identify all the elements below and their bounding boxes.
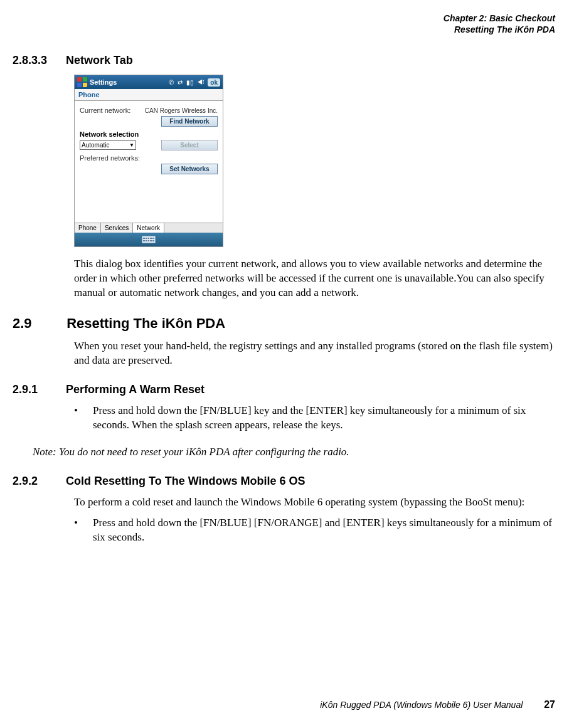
select-button: Select bbox=[161, 140, 218, 150]
section-title: Performing A Warm Reset bbox=[66, 383, 205, 396]
sync-icon: ⇄ bbox=[178, 79, 183, 86]
missed-call-icon: ✆ bbox=[169, 79, 174, 86]
manual-title: iKôn Rugged PDA (Windows Mobile 6) User … bbox=[320, 700, 523, 710]
ok-button[interactable]: ok bbox=[208, 78, 220, 87]
find-network-button[interactable]: Find Network bbox=[161, 116, 218, 127]
note-block: Note: You do not need to reset your iKôn… bbox=[25, 441, 555, 460]
set-networks-button[interactable]: Set Networks bbox=[161, 164, 218, 174]
section-number: 2.9.2 bbox=[13, 475, 63, 488]
page-footer: iKôn Rugged PDA (Windows Mobile 6) User … bbox=[320, 699, 555, 710]
system-tray: ✆ ⇄ ▮▯ ◀፧ ok bbox=[169, 78, 220, 87]
heading-2-8-3-3: 2.8.3.3 Network Tab bbox=[13, 54, 555, 67]
section-number: 2.9.1 bbox=[13, 383, 63, 396]
pda-screenshot: Settings ✆ ⇄ ▮▯ ◀፧ ok Phone Current netw… bbox=[74, 75, 223, 247]
section-number: 2.8.3.3 bbox=[13, 54, 63, 67]
chapter-line: Chapter 2: Basic Checkout bbox=[13, 13, 555, 24]
tab-services[interactable]: Services bbox=[101, 223, 133, 233]
pda-title: Settings bbox=[90, 78, 117, 86]
pda-titlebar: Settings ✆ ⇄ ▮▯ ◀፧ ok bbox=[75, 75, 223, 89]
bullet-icon: • bbox=[74, 404, 93, 433]
bullet-text: Press and hold down the [FN/BLUE] key an… bbox=[93, 404, 555, 433]
current-network-label: Current network: bbox=[80, 107, 130, 114]
pda-subheader: Phone bbox=[75, 89, 223, 101]
paragraph-resetting: When you reset your hand-held, the regis… bbox=[74, 339, 555, 368]
network-selection-label: Network selection bbox=[80, 130, 218, 138]
heading-2-9: 2.9 Resetting The iKôn PDA bbox=[13, 315, 555, 332]
page-number: 27 bbox=[544, 699, 555, 710]
current-network-value: CAN Rogers Wireless Inc. bbox=[145, 107, 218, 114]
section-line: Resetting The iKôn PDA bbox=[13, 24, 555, 35]
pda-tabs: Phone Services Network bbox=[75, 223, 223, 233]
heading-2-9-2: 2.9.2 Cold Resetting To The Windows Mobi… bbox=[13, 475, 555, 488]
section-title: Cold Resetting To The Windows Mobile 6 O… bbox=[66, 475, 306, 487]
paragraph-cold-reset: To perform a cold reset and launch the W… bbox=[74, 495, 555, 510]
section-title: Network Tab bbox=[66, 54, 133, 66]
bullet-cold-reset: • Press and hold down the [FN/BLUE] [FN/… bbox=[74, 516, 555, 545]
bullet-warm-reset: • Press and hold down the [FN/BLUE] key … bbox=[74, 404, 555, 433]
tab-phone[interactable]: Phone bbox=[75, 223, 101, 233]
network-mode-select[interactable]: Automatic ▼ bbox=[80, 140, 136, 150]
heading-2-9-1: 2.9.1 Performing A Warm Reset bbox=[13, 383, 555, 396]
preferred-networks-label: Preferred networks: bbox=[80, 154, 140, 162]
section-title: Resetting The iKôn PDA bbox=[66, 315, 225, 331]
section-number: 2.9 bbox=[13, 315, 63, 332]
start-icon[interactable] bbox=[77, 77, 87, 87]
tab-network[interactable]: Network bbox=[133, 223, 164, 233]
page-header: Chapter 2: Basic Checkout Resetting The … bbox=[13, 13, 555, 35]
bullet-text: Press and hold down the [FN/BLUE] [FN/OR… bbox=[93, 516, 555, 545]
chevron-down-icon: ▼ bbox=[129, 142, 134, 148]
keyboard-icon[interactable] bbox=[142, 236, 156, 243]
speaker-icon: ◀፧ bbox=[198, 78, 204, 86]
network-mode-value: Automatic bbox=[82, 142, 109, 149]
pda-softkey-bar bbox=[75, 233, 223, 246]
paragraph-network-tab: This dialog box identifies your current … bbox=[74, 257, 555, 300]
note-text: Note: You do not need to reset your iKôn… bbox=[33, 441, 349, 460]
bullet-icon: • bbox=[74, 516, 93, 545]
signal-icon: ▮▯ bbox=[186, 79, 194, 86]
